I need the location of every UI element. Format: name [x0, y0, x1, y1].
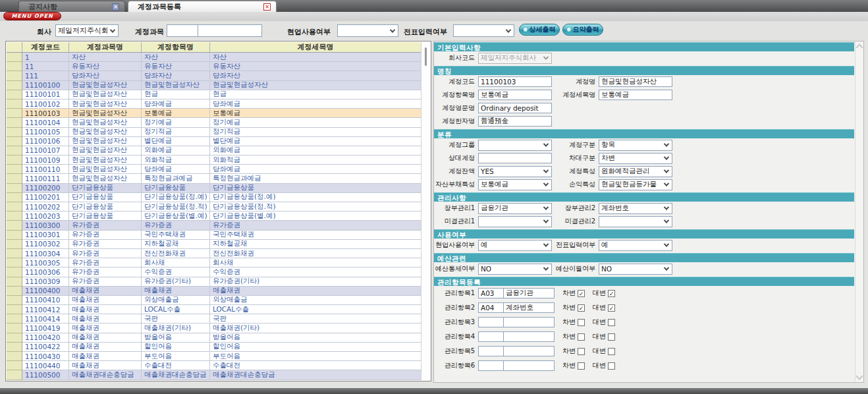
table-row[interactable]: 11100414매출채권국판국판	[7, 314, 421, 324]
mgmt-item-code-field[interactable]	[478, 288, 503, 298]
credit-checkbox[interactable]: ✓	[608, 304, 615, 312]
row-selector[interactable]	[7, 211, 22, 221]
credit-checkbox[interactable]	[608, 348, 615, 355]
row-selector[interactable]	[7, 128, 22, 137]
account-char-select[interactable]: 원화예적금관리	[599, 166, 672, 177]
row-selector[interactable]	[7, 277, 22, 287]
table-row[interactable]: 11100430매출채권부도어음부도어음	[7, 352, 421, 361]
row-selector[interactable]	[7, 352, 22, 361]
mgmt-item-name-field[interactable]	[503, 360, 555, 371]
table-row[interactable]: 11100419매출채권매출채권(기타)매출채권(기타)	[7, 324, 421, 333]
row-selector[interactable]	[7, 155, 22, 165]
row-selector[interactable]	[7, 184, 22, 193]
row-selector[interactable]	[7, 62, 22, 71]
mgmt-item-code-field[interactable]	[478, 302, 503, 313]
row-selector[interactable]	[7, 137, 22, 146]
scroll-down-icon[interactable]	[855, 372, 863, 380]
debit-checkbox[interactable]	[578, 333, 585, 341]
table-row[interactable]: 11유동자산유동자산유동자산	[7, 62, 421, 71]
detail-print-button[interactable]: 상세출력	[519, 24, 560, 36]
table-row[interactable]: 11100102현금및현금성자산당좌예금당좌예금	[7, 99, 421, 109]
row-selector[interactable]	[7, 370, 22, 380]
row-selector[interactable]	[7, 81, 22, 90]
panel-slip-input-select[interactable]: 예	[599, 240, 672, 251]
account-balance-select[interactable]: YES	[478, 166, 552, 177]
mgmt-item-code-field[interactable]	[478, 346, 503, 356]
account-item-field[interactable]	[478, 90, 552, 100]
table-row[interactable]: 11100202단기금융상품단기금융상품(정.적)단기금융상품(정.적)	[7, 202, 421, 211]
row-selector[interactable]	[7, 333, 22, 343]
row-selector[interactable]	[7, 324, 22, 333]
close-icon[interactable]: ✕	[112, 3, 119, 11]
row-selector[interactable]	[7, 174, 22, 183]
table-row[interactable]: 11100309유가증권유가증권(기타)유가증권(기타)	[7, 277, 421, 287]
row-selector[interactable]	[7, 361, 22, 370]
table-row[interactable]: 11100100현금및현금성자산현금및현금성자산현금및현금성자산	[7, 81, 421, 90]
tab-account-register[interactable]: 계정과목등록 ✕	[128, 1, 277, 12]
pl-char-select[interactable]: 현금및현금등가물	[599, 179, 672, 190]
account-name-field[interactable]	[599, 76, 672, 87]
row-selector[interactable]	[7, 109, 22, 118]
row-selector[interactable]	[7, 296, 22, 305]
credit-checkbox[interactable]	[608, 362, 615, 370]
open-mgmt1-select[interactable]	[478, 216, 552, 227]
table-row[interactable]: 1자산자산자산	[7, 53, 421, 62]
account-detail-field[interactable]	[599, 90, 672, 100]
table-row[interactable]: 111당좌자산당좌자산당좌자산	[7, 71, 421, 80]
row-selector[interactable]	[7, 221, 22, 230]
dc-div-select[interactable]: 차변	[599, 153, 672, 164]
debit-checkbox[interactable]	[578, 348, 585, 355]
table-row[interactable]: 11100305유가증권회사채회사채	[7, 258, 421, 267]
table-row[interactable]: 11100106현금및현금성자산별단예금별단예금	[7, 137, 421, 146]
row-selector[interactable]	[7, 99, 22, 109]
budget-control-select[interactable]: NO	[478, 264, 552, 275]
mgmt-item-name-field[interactable]	[503, 288, 555, 298]
mgmt-item-name-field[interactable]	[503, 331, 555, 342]
row-selector[interactable]	[7, 202, 22, 211]
row-selector[interactable]	[7, 314, 22, 324]
debit-checkbox[interactable]	[578, 319, 585, 326]
row-selector[interactable]	[7, 249, 22, 258]
table-row[interactable]: 11100203단기금융상품단기금융상품(별.예)단기금융상품(별.예)	[7, 211, 421, 221]
book-mgmt1-select[interactable]: 금융기관	[478, 203, 552, 214]
row-selector[interactable]	[7, 287, 22, 296]
table-row[interactable]: 11100400매출채권매출채권매출채권	[7, 287, 421, 296]
mgmt-item-code-field[interactable]	[478, 317, 503, 327]
mgmt-item-code-field[interactable]	[478, 331, 503, 342]
table-row[interactable]: 11100111현금및현금성자산특정현금과예금특정현금과예금	[7, 174, 421, 183]
debit-checkbox[interactable]: ✓	[578, 304, 585, 312]
row-selector[interactable]	[7, 146, 22, 155]
scrollbar-thumb[interactable]	[425, 47, 427, 66]
account-eng-field[interactable]	[478, 103, 552, 113]
mgmt-item-name-field[interactable]	[503, 346, 555, 356]
credit-checkbox[interactable]	[608, 333, 615, 341]
table-row[interactable]: 11100109현금및현금성자산외화적금외화적금	[7, 155, 421, 165]
table-row[interactable]: 11100107현금및현금성자산외화예금외화예금	[7, 146, 421, 155]
panel-field-use-select[interactable]: 예	[478, 240, 552, 251]
account-group-select[interactable]	[478, 140, 552, 151]
row-selector[interactable]	[7, 343, 22, 352]
mgmt-item-name-field[interactable]	[503, 302, 555, 313]
mgmt-item-code-field[interactable]	[478, 360, 503, 371]
panel-scrollbar[interactable]	[855, 42, 863, 382]
counter-account-field[interactable]	[478, 153, 552, 163]
row-selector[interactable]	[7, 305, 22, 314]
table-row[interactable]: 11100105현금및현금성자산정기적금정기적금	[7, 128, 421, 137]
row-selector[interactable]	[7, 231, 22, 240]
row-selector[interactable]	[7, 118, 22, 127]
table-row[interactable]: 11100103현금및현금성자산보통예금보통예금	[7, 109, 421, 118]
table-row[interactable]: 11100101현금및현금성자산현금현금	[7, 90, 421, 99]
table-row[interactable]: 11100200단기금융상품단기금융상품단기금융상품	[7, 184, 421, 193]
table-row[interactable]: 11100302유가증권지하철공채지하철공채	[7, 240, 421, 249]
table-row[interactable]: 11100410매출채권외상매출금외상매출금	[7, 296, 421, 305]
close-icon[interactable]: ✕	[263, 3, 271, 11]
table-row[interactable]: 11100104현금및현금성자산정기예금정기예금	[7, 118, 421, 127]
budget-carryover-select[interactable]: NO	[599, 264, 672, 275]
table-row[interactable]: 11100412매출채권LOCAL수출LOCAL수출	[7, 305, 421, 314]
account-code-field[interactable]	[478, 76, 552, 87]
menu-open-button[interactable]: MENU OPEN	[3, 12, 61, 20]
row-selector[interactable]	[7, 258, 22, 267]
table-row[interactable]: 11100300유가증권유가증권유가증권	[7, 221, 421, 230]
row-selector[interactable]	[7, 193, 22, 202]
row-selector[interactable]	[7, 165, 22, 174]
